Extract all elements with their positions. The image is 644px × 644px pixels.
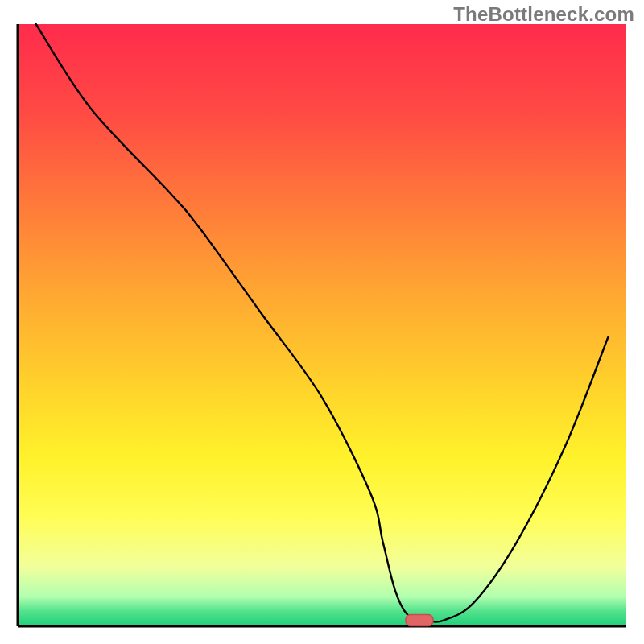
bottleneck-chart (0, 0, 644, 644)
plot-background (18, 24, 626, 626)
optimum-marker (406, 615, 433, 626)
chart-container: TheBottleneck.com (0, 0, 644, 644)
watermark-text: TheBottleneck.com (453, 3, 634, 26)
